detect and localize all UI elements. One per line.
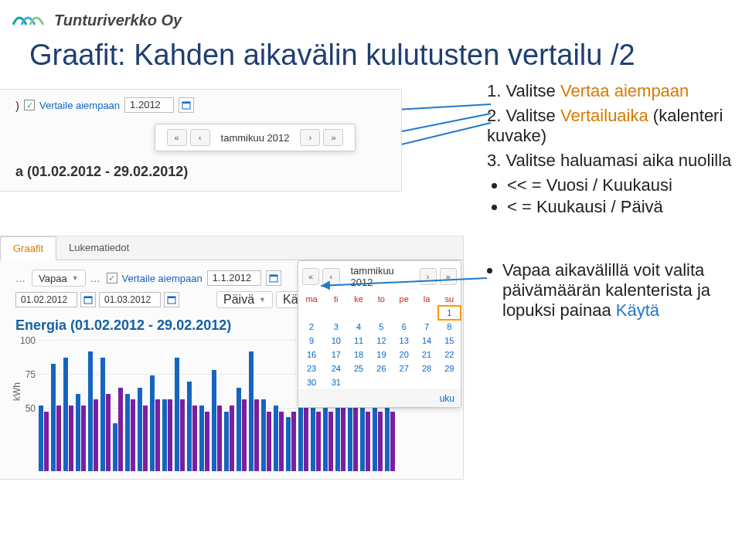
instructions-bottom: Vapaa aikavälillä voit valita päivämäärä… [487, 259, 734, 322]
y-axis-label: kWh [12, 382, 22, 401]
weekday-header: ma [298, 292, 325, 306]
calendar-day[interactable]: 24 [325, 361, 347, 375]
compare-date-input-2[interactable]: 1.1.2012 [207, 270, 261, 286]
calendar-day[interactable]: 23 [298, 361, 325, 375]
month-prev-button[interactable]: ‹ [190, 129, 210, 146]
bar-series2 [44, 412, 49, 471]
company-logo-icon [12, 11, 46, 29]
bar-series2 [180, 399, 185, 471]
calendar-day[interactable]: 10 [325, 334, 347, 348]
calendar-day[interactable]: 13 [393, 334, 415, 348]
svg-rect-4 [182, 102, 190, 104]
date-from-input[interactable]: 01.02.2012 [15, 292, 77, 307]
bar-series2 [155, 399, 160, 471]
calendar-day[interactable]: 17 [325, 348, 347, 361]
screenshot-chart-panel: Graafit Lukematiedot … Vapaa▼ … ✓ Vertai… [0, 236, 464, 480]
compare-label-2: Vertaile aiempaan [122, 273, 203, 284]
calendar-day[interactable]: 22 [438, 348, 461, 361]
calendar-day[interactable]: 9 [298, 334, 325, 348]
calendar-day[interactable]: 11 [347, 334, 369, 348]
calendar-day[interactable]: 27 [393, 361, 415, 375]
compare-checkbox[interactable]: ✓ [24, 100, 35, 110]
calendar-day[interactable]: 20 [393, 348, 415, 361]
sub-month: < = Kuukausi / Päivä [507, 197, 734, 217]
calendar-day[interactable]: 15 [438, 334, 461, 348]
bar-series2 [328, 412, 333, 471]
calendar-icon[interactable] [266, 270, 281, 286]
weekday-header: ke [347, 292, 369, 306]
calendar-day[interactable]: 30 [298, 375, 325, 389]
calendar-day [370, 306, 393, 320]
calendar-icon[interactable] [179, 97, 194, 113]
instructions-top: 1. Valitse Vertaa aiempaan 2. Valitse Ve… [487, 81, 734, 219]
svg-rect-10 [168, 297, 175, 298]
tab-graafit[interactable]: Graafit [0, 236, 56, 260]
sub-year: << = Vuosi / Kuukausi [507, 175, 734, 195]
tab-lukematiedot[interactable]: Lukematiedot [56, 236, 141, 260]
bar-series2 [230, 406, 234, 471]
bar-series1 [39, 406, 43, 471]
bar-series1 [274, 406, 278, 471]
calendar-day[interactable]: 18 [347, 348, 369, 361]
calendar-day [347, 375, 369, 389]
calendar-day [347, 306, 369, 320]
bar-series1 [311, 406, 315, 471]
month-prev-button[interactable]: ‹ [322, 268, 339, 285]
bar-series1 [323, 399, 328, 471]
calendar-day[interactable]: 28 [415, 361, 437, 375]
bar-series2 [366, 412, 370, 471]
calendar-day[interactable]: 8 [438, 320, 461, 334]
ytick: 100 [15, 335, 36, 346]
calendar-day[interactable]: 7 [415, 320, 437, 334]
ytick: 75 [15, 369, 36, 380]
calendar-day[interactable]: 2 [298, 320, 325, 334]
compare-date-input[interactable]: 1.2012 [124, 97, 174, 113]
month-next-button[interactable]: › [420, 268, 437, 285]
calendar-day[interactable]: 5 [370, 320, 393, 334]
weekday-header: la [415, 292, 437, 306]
date-picker-popup: « ‹ tammikuu 2012 › » matiketopelasu1234… [298, 260, 461, 408]
compare-checkbox-2[interactable]: ✓ [107, 273, 117, 283]
calendar-day[interactable]: 3 [325, 320, 347, 334]
free-dropdown[interactable]: Vapaa▼ [32, 270, 86, 287]
bar-series2 [168, 399, 172, 471]
bar-series2 [291, 412, 296, 471]
year-next-button[interactable]: » [440, 268, 457, 285]
calendar-day[interactable]: 21 [415, 348, 437, 361]
svg-rect-6 [270, 275, 277, 277]
calendar-day[interactable]: 4 [347, 320, 369, 334]
period-dropdown[interactable]: Päivä▼ [216, 291, 273, 308]
year-next-button[interactable]: » [323, 129, 343, 146]
year-prev-button[interactable]: « [167, 129, 187, 146]
calendar-day[interactable]: 14 [415, 334, 437, 348]
calendar-day[interactable]: 16 [298, 348, 325, 361]
hl-compare-time: Vertailuaika [560, 106, 648, 125]
year-prev-button[interactable]: « [302, 268, 319, 285]
calendar-day [415, 375, 437, 389]
calendar-day[interactable]: 25 [347, 361, 369, 375]
calendar-day[interactable]: 12 [370, 334, 393, 348]
calendar-icon[interactable] [164, 292, 179, 307]
bar-series1 [261, 399, 266, 471]
calendar-icon[interactable] [80, 292, 96, 307]
calendar-day[interactable]: 19 [370, 348, 393, 361]
calendar-day[interactable]: 31 [325, 375, 347, 389]
calendar-day[interactable]: 29 [438, 361, 461, 375]
svg-rect-8 [84, 297, 92, 298]
calendar-day[interactable]: 6 [393, 320, 415, 334]
date-to-input[interactable]: 01.03.2012 [99, 292, 161, 307]
bar-series1 [63, 358, 68, 471]
bar-series1 [88, 351, 93, 471]
bar-series2 [56, 406, 61, 471]
calendar-day[interactable]: 1 [438, 306, 461, 320]
calendar-grid[interactable]: matiketopelasu12345678910111213141516171… [298, 292, 461, 389]
bar-series1 [76, 394, 80, 471]
bar-series2 [69, 406, 73, 471]
bar-series1 [51, 364, 56, 471]
weekday-header: to [370, 292, 393, 306]
calendar-day[interactable]: 26 [370, 361, 393, 375]
month-next-button[interactable]: › [300, 129, 320, 146]
handle-dots-icon: … [15, 273, 27, 284]
ytick: 50 [15, 403, 36, 414]
bar-series1 [125, 394, 130, 471]
